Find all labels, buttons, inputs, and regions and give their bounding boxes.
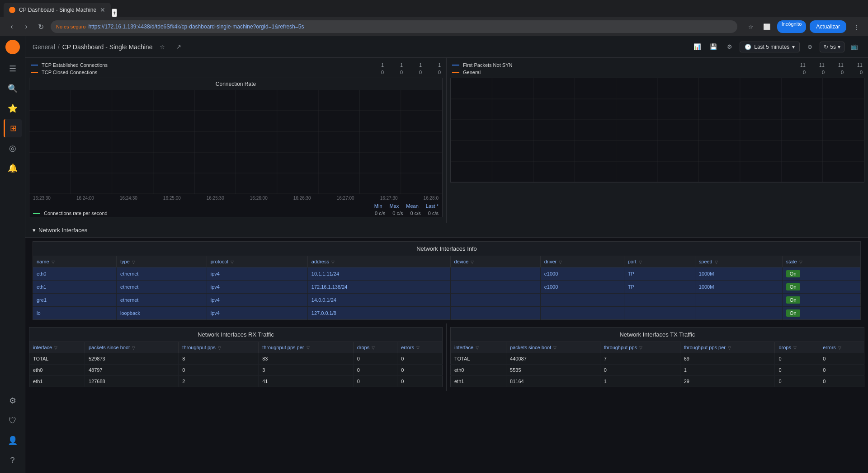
- star-button[interactable]: ☆: [156, 41, 169, 53]
- tx-interface: eth0: [451, 365, 506, 376]
- col-port[interactable]: port ▽: [624, 256, 695, 267]
- add-panel-button[interactable]: 📊: [691, 41, 703, 53]
- cell-protocol: ipv4: [207, 307, 307, 320]
- tx-col-drops[interactable]: drops ▽: [775, 342, 819, 353]
- tx-col-throughput-per[interactable]: throughput pps per ▽: [680, 342, 775, 353]
- tx-col-interface[interactable]: interface ▽: [451, 342, 506, 353]
- tx-throughput-per: 1: [680, 365, 775, 376]
- sidebar-item-menu[interactable]: ☰: [4, 60, 22, 78]
- cell-port: [624, 307, 695, 320]
- tcp-cl-v2: 0: [389, 70, 403, 75]
- rx-packets: 127688: [85, 376, 178, 387]
- sidebar-item-dashboards[interactable]: ⊞: [4, 119, 22, 137]
- bookmark-button[interactable]: ☆: [745, 20, 757, 33]
- cell-type: loopback: [117, 307, 207, 320]
- zoom-out-button[interactable]: ⊖: [803, 41, 816, 53]
- col-address[interactable]: address ▽: [307, 256, 450, 267]
- xaxis-9: 16:28:0: [424, 196, 439, 201]
- rx-col-drops[interactable]: drops ▽: [353, 342, 397, 353]
- back-button[interactable]: ‹: [5, 20, 18, 33]
- sidebar-item-starred[interactable]: ⭐: [4, 99, 22, 117]
- sidebar-item-explore[interactable]: ◎: [4, 139, 22, 157]
- cell-state: On: [782, 281, 860, 294]
- tx-packets: 440087: [506, 353, 600, 365]
- dashboard-settings-button[interactable]: ⚙: [723, 41, 736, 53]
- col-driver[interactable]: driver ▽: [540, 256, 624, 267]
- col-state[interactable]: state ▽: [782, 256, 860, 267]
- tx-table-col: Network Interfaces TX Traffic interface …: [447, 323, 868, 391]
- tab-close-button[interactable]: ✕: [100, 6, 105, 14]
- sidebar-item-search[interactable]: 🔍: [4, 80, 22, 98]
- share-button[interactable]: ↗: [172, 41, 185, 53]
- cell-driver: e1000: [540, 267, 624, 281]
- nav-buttons: ‹ › ↻: [5, 20, 47, 33]
- col-type[interactable]: type ▽: [117, 256, 207, 267]
- tcp-est-v1: 1: [370, 62, 384, 68]
- table-row: TOTAL 529873 8 83 0 0: [29, 353, 443, 365]
- tx-col-errors[interactable]: errors ▽: [819, 342, 864, 353]
- breadcrumb-general[interactable]: General: [33, 43, 55, 51]
- refresh-picker[interactable]: ↻ 5s ▾: [820, 42, 844, 52]
- sidebar-bottom: ⚙ 🛡 👤 ?: [4, 392, 22, 469]
- url-bar[interactable]: No es seguro https://172.16.1.139:4438/d…: [51, 20, 737, 33]
- cell-protocol: ipv4: [207, 281, 307, 294]
- cell-protocol: ipv4: [207, 267, 307, 281]
- url-text: https://172.16.1.139:4438/d/tde6Sfk4k/cp…: [88, 23, 304, 30]
- rx-col-throughput[interactable]: throughput pps ▽: [179, 342, 259, 353]
- tcp-cl-v4: 0: [427, 70, 441, 75]
- rx-col-packets[interactable]: packets since boot ▽: [85, 342, 178, 353]
- save-button[interactable]: 💾: [707, 41, 720, 53]
- cell-type: ethernet: [117, 281, 207, 294]
- menu-button[interactable]: ⋮: [850, 20, 863, 33]
- update-button[interactable]: Actualizar: [810, 20, 846, 33]
- conn-rate-min: 0 c/s: [375, 211, 385, 216]
- stat-min-header: Min: [374, 203, 382, 209]
- col-device[interactable]: device ▽: [450, 256, 540, 267]
- rx-throughput: 8: [179, 353, 259, 365]
- xaxis-0: 16:23:30: [33, 196, 51, 201]
- extension-button[interactable]: ⬜: [761, 20, 774, 33]
- tv-mode-button[interactable]: 📺: [848, 41, 861, 53]
- sidebar-item-help[interactable]: ?: [4, 451, 22, 469]
- connection-rate-svg-area: [29, 90, 442, 194]
- col-name[interactable]: name ▽: [33, 256, 117, 267]
- cell-address: 14.0.0.1/24: [307, 294, 450, 307]
- tab-title: CP Dashboard - Single Machine: [19, 7, 96, 13]
- col-speed[interactable]: speed ▽: [695, 256, 782, 267]
- conn-rate-label: Connections rate per second: [44, 211, 108, 216]
- tx-col-throughput[interactable]: throughput pps ▽: [600, 342, 680, 353]
- reload-button[interactable]: ↻: [34, 20, 47, 33]
- rx-col-errors[interactable]: errors ▽: [397, 342, 443, 353]
- conn-rate-max: 0 c/s: [392, 211, 403, 216]
- rx-col-throughput-per[interactable]: throughput pps per ▽: [259, 342, 354, 353]
- address-bar: ‹ › ↻ No es seguro https://172.16.1.139:…: [0, 17, 868, 36]
- forward-button[interactable]: ›: [20, 20, 33, 33]
- cell-device: [450, 307, 540, 320]
- xaxis-2: 16:24:30: [120, 196, 137, 201]
- sidebar: ☰ 🔍 ⭐ ⊞ ◎ 🔔 ⚙ 🛡 👤 ?: [0, 36, 25, 473]
- tx-col-packets[interactable]: packets since boot ▽: [506, 342, 600, 353]
- sidebar-item-settings[interactable]: ⚙: [4, 392, 22, 410]
- xaxis-3: 16:25:00: [163, 196, 181, 201]
- col-protocol[interactable]: protocol ▽: [207, 256, 307, 267]
- tx-packets: 5535: [506, 365, 600, 376]
- rx-col-interface[interactable]: interface ▽: [29, 342, 85, 353]
- sidebar-item-profile[interactable]: 👤: [4, 431, 22, 450]
- sidebar-item-alerting[interactable]: 🔔: [4, 159, 22, 177]
- time-range-picker[interactable]: 🕐 Last 5 minutes ▾: [740, 42, 800, 52]
- cell-type: ethernet: [117, 267, 207, 281]
- tx-drops: 0: [775, 353, 819, 365]
- cell-port: TP: [624, 267, 695, 281]
- new-tab-button[interactable]: +: [112, 9, 117, 17]
- tcp-cl-v3: 0: [408, 70, 422, 75]
- tx-interface: TOTAL: [451, 353, 506, 365]
- tx-header-row: interface ▽ packets since boot ▽ through…: [451, 342, 864, 353]
- network-interfaces-title: Network Interfaces: [38, 227, 87, 234]
- network-interfaces-header[interactable]: ▾ Network Interfaces: [25, 223, 868, 238]
- rx-header-row: interface ▽ packets since boot ▽ through…: [29, 342, 443, 353]
- connection-rate-chart: Connection Rate: [29, 78, 443, 217]
- cell-address: 172.16.1.138/24: [307, 281, 450, 294]
- security-warning: No es seguro: [56, 24, 85, 29]
- sidebar-item-shield[interactable]: 🛡: [4, 412, 22, 430]
- active-tab[interactable]: CP Dashboard - Single Machine ✕: [4, 3, 111, 17]
